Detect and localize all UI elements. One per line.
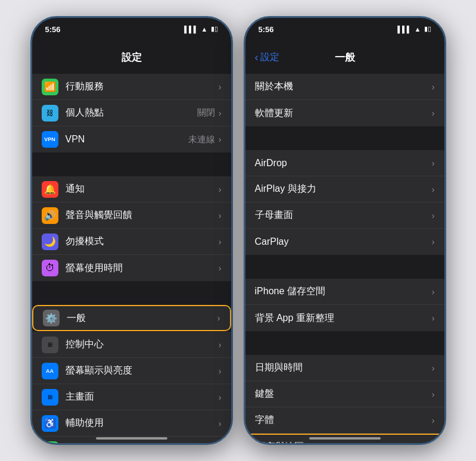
row-pip[interactable]: 子母畫面 › bbox=[245, 203, 444, 229]
separator-r2 bbox=[245, 258, 444, 275]
phone-right-screen: 5:56 ▌▌▌ ▲ ▮▯ ‹ 設定 一般 bbox=[245, 18, 444, 443]
hotspot-chevron: › bbox=[219, 108, 222, 118]
notifications-icon: 🔔 bbox=[42, 181, 58, 198]
settings-list-right: 關於本機 › 軟體更新 › AirDrop › bbox=[245, 70, 444, 443]
display-chevron: › bbox=[219, 366, 222, 376]
section-storage: iPhone 儲存空間 › 背景 App 重新整理 › bbox=[245, 279, 444, 331]
separator-2 bbox=[32, 285, 231, 301]
row-control-center[interactable]: ⊞ 控制中心 › bbox=[32, 332, 231, 358]
language-region-chevron: › bbox=[431, 442, 434, 443]
nav-bar-left: 設定 bbox=[32, 44, 231, 70]
about-chevron: › bbox=[432, 82, 435, 92]
home-label: 主畫面 bbox=[66, 391, 219, 403]
vpn-value: 未連線 bbox=[188, 134, 215, 145]
sounds-icon: 🔊 bbox=[42, 207, 58, 224]
nav-title-left: 設定 bbox=[122, 51, 142, 64]
storage-label: iPhone 儲存空間 bbox=[255, 285, 432, 298]
row-sounds[interactable]: 🔊 聲音與觸覺回饋 › bbox=[32, 203, 231, 229]
accessibility-icon: ♿ bbox=[42, 415, 58, 432]
row-fonts[interactable]: 字體 › bbox=[245, 407, 444, 434]
nav-back-button[interactable]: ‹ 設定 bbox=[255, 51, 279, 64]
notifications-chevron: › bbox=[219, 185, 222, 194]
bg-app-refresh-chevron: › bbox=[432, 313, 435, 323]
accessibility-chevron: › bbox=[219, 419, 222, 428]
row-about[interactable]: 關於本機 › bbox=[245, 74, 444, 100]
dnd-label: 勿擾模式 bbox=[66, 235, 219, 248]
row-bg-app-refresh[interactable]: 背景 App 重新整理 › bbox=[245, 305, 444, 331]
row-accessibility[interactable]: ♿ 輔助使用 › bbox=[32, 410, 231, 437]
row-home[interactable]: ⊞ 主畫面 › bbox=[32, 384, 231, 410]
row-screentime[interactable]: ⏱ 螢幕使用時間 › bbox=[32, 255, 231, 281]
mobile-icon: 📶 bbox=[42, 79, 58, 95]
separator-r3 bbox=[245, 335, 444, 351]
keyboard-chevron: › bbox=[432, 390, 435, 399]
carplay-chevron: › bbox=[432, 237, 435, 247]
hotspot-label: 個人熱點 bbox=[66, 107, 197, 119]
section-language: 日期與時間 › 鍵盤 › 字體 › 語言與地區 › bbox=[245, 355, 444, 443]
pip-chevron: › bbox=[432, 211, 435, 220]
pip-label: 子母畫面 bbox=[255, 209, 432, 222]
airplay-label: AirPlay 與接力 bbox=[255, 183, 432, 195]
row-keyboard[interactable]: 鍵盤 › bbox=[245, 381, 444, 407]
row-datetime[interactable]: 日期與時間 › bbox=[245, 355, 444, 381]
datetime-label: 日期與時間 bbox=[255, 362, 432, 374]
display-label: 螢幕顯示與亮度 bbox=[66, 365, 219, 377]
bg-app-refresh-label: 背景 App 重新整理 bbox=[255, 312, 432, 325]
software-update-chevron: › bbox=[432, 108, 435, 118]
mobile-chevron: › bbox=[219, 82, 222, 92]
section-about: 關於本機 › 軟體更新 › bbox=[245, 74, 444, 126]
control-center-icon: ⊞ bbox=[42, 337, 58, 353]
fonts-label: 字體 bbox=[255, 414, 432, 426]
separator-1 bbox=[32, 156, 231, 173]
row-display[interactable]: AA 螢幕顯示與亮度 › bbox=[32, 358, 231, 384]
row-airplay[interactable]: AirPlay 與接力 › bbox=[245, 176, 444, 203]
row-general[interactable]: ⚙️ 一般 › bbox=[32, 305, 231, 331]
section-general: ⚙️ 一般 › ⊞ 控制中心 › AA 螢幕顯示與亮度 › bbox=[32, 305, 231, 443]
status-icons-right: ▌▌▌ ▲ ▮▯ bbox=[397, 25, 431, 33]
keyboard-label: 鍵盤 bbox=[255, 388, 432, 400]
mobile-label: 行動服務 bbox=[66, 80, 219, 93]
row-dnd[interactable]: 🌙 勿擾模式 › bbox=[32, 229, 231, 255]
general-label: 一般 bbox=[67, 312, 217, 325]
screentime-icon: ⏱ bbox=[42, 260, 58, 276]
time-left: 5:56 bbox=[45, 25, 61, 34]
row-notifications[interactable]: 🔔 通知 › bbox=[32, 176, 231, 203]
row-vpn[interactable]: VPN VPN 未連線 › bbox=[32, 126, 231, 152]
hotspot-value: 關閉 bbox=[197, 107, 215, 119]
airplay-chevron: › bbox=[432, 185, 435, 194]
nav-back-label: 設定 bbox=[260, 51, 279, 64]
time-right: 5:56 bbox=[259, 25, 274, 34]
section-notifications: 🔔 通知 › 🔊 聲音與觸覺回饋 › 🌙 勿擾模式 › bbox=[32, 176, 231, 281]
row-software-update[interactable]: 軟體更新 › bbox=[245, 100, 444, 126]
status-bar-left: 5:56 ▌▌▌ ▲ ▮▯ bbox=[32, 18, 231, 44]
home-chevron: › bbox=[219, 393, 222, 402]
row-carplay[interactable]: CarPlay › bbox=[245, 229, 444, 255]
software-update-label: 軟體更新 bbox=[255, 107, 432, 120]
sounds-chevron: › bbox=[219, 211, 222, 220]
display-icon: AA bbox=[42, 363, 58, 379]
about-label: 關於本機 bbox=[255, 80, 432, 93]
datetime-chevron: › bbox=[432, 363, 435, 373]
row-hotspot[interactable]: ⛓ 個人熱點 關閉 › bbox=[32, 100, 231, 126]
control-center-label: 控制中心 bbox=[66, 338, 219, 351]
phone-left-screen: 5:56 ▌▌▌ ▲ ▮▯ 設定 📶 行動服務 › bbox=[32, 18, 231, 443]
wifi-icon-r: ▲ bbox=[415, 26, 421, 33]
vpn-chevron: › bbox=[219, 135, 222, 144]
home-indicator-left bbox=[96, 437, 167, 440]
wifi-icon: ▲ bbox=[201, 26, 208, 33]
fonts-chevron: › bbox=[432, 416, 435, 425]
row-airdrop[interactable]: AirDrop › bbox=[245, 150, 444, 176]
status-icons-left: ▌▌▌ ▲ ▮▯ bbox=[184, 25, 217, 33]
signal-icon: ▌▌▌ bbox=[184, 26, 198, 33]
phone-left: 5:56 ▌▌▌ ▲ ▮▯ 設定 📶 行動服務 › bbox=[30, 16, 233, 445]
section-airdrop: AirDrop › AirPlay 與接力 › 子母畫面 › CarPlay › bbox=[245, 150, 444, 255]
home-indicator-right bbox=[309, 437, 381, 440]
phones-container: 5:56 ▌▌▌ ▲ ▮▯ 設定 📶 行動服務 › bbox=[30, 16, 446, 445]
row-storage[interactable]: iPhone 儲存空間 › bbox=[245, 279, 444, 305]
wallpaper-icon: ✿ bbox=[42, 441, 58, 444]
home-icon: ⊞ bbox=[42, 389, 58, 406]
accessibility-label: 輔助使用 bbox=[66, 417, 219, 429]
row-mobile[interactable]: 📶 行動服務 › bbox=[32, 74, 231, 100]
sounds-label: 聲音與觸覺回饋 bbox=[66, 209, 219, 222]
settings-list-left: 📶 行動服務 › ⛓ 個人熱點 關閉 › VPN VPN 未連線 › bbox=[32, 70, 231, 443]
